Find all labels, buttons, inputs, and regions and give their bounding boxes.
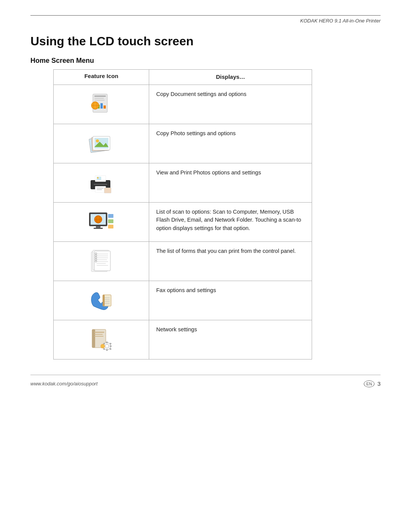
- svg-rect-30: [96, 226, 100, 228]
- scan-icon: [54, 202, 149, 241]
- table-row: Copy Photo settings and options: [54, 124, 312, 163]
- svg-rect-4: [100, 103, 103, 109]
- display-text-0: Copy Document settings and options: [149, 85, 312, 124]
- svg-rect-19: [97, 188, 104, 189]
- col-display-header: Displays…: [149, 70, 312, 85]
- display-text-5: Fax options and settings: [149, 281, 312, 320]
- svg-rect-64: [106, 349, 108, 351]
- svg-rect-51: [103, 295, 105, 306]
- svg-rect-31: [94, 228, 103, 229]
- table-row: Network settings: [54, 320, 312, 359]
- svg-point-14: [96, 139, 99, 142]
- page: KODAK HERO 9.1 All-in-One Printer Using …: [0, 15, 411, 532]
- svg-rect-63: [106, 342, 108, 343]
- col-icon-header: Feature Icon: [54, 70, 149, 85]
- page-title: Using the LCD touch screen: [30, 34, 381, 48]
- page-number: 3: [378, 380, 381, 387]
- section-title: Home Screen Menu: [30, 57, 381, 65]
- display-text-4: The list of forms that you can print fro…: [149, 241, 312, 281]
- display-text-3: List of scan to options: Scan to Compute…: [149, 202, 312, 241]
- svg-rect-3: [94, 100, 105, 101]
- svg-point-72: [102, 345, 104, 347]
- display-text-2: View and Print Photos options and settin…: [149, 163, 312, 202]
- svg-rect-32: [108, 214, 113, 218]
- svg-rect-66: [110, 345, 112, 347]
- forms-icon: [54, 241, 149, 281]
- display-text-1: Copy Photo settings and options: [149, 124, 312, 163]
- footer: www.kodak.com/go/aiosupport EN 3: [30, 375, 381, 387]
- table-row: Fax options and settings: [54, 281, 312, 320]
- brand-label: KODAK HERO 9.1 All-in-One Printer: [30, 16, 381, 30]
- table-row: View and Print Photos options and settin…: [54, 163, 312, 202]
- footer-url: www.kodak.com/go/aiosupport: [30, 381, 97, 387]
- svg-rect-20: [97, 189, 102, 190]
- display-text-6: Network settings: [149, 320, 312, 359]
- svg-rect-34: [108, 225, 113, 228]
- svg-rect-24: [104, 188, 111, 193]
- svg-point-23: [97, 177, 99, 179]
- fax-icon: [54, 281, 149, 320]
- copy-document-icon: [54, 85, 149, 124]
- network-icon: [54, 320, 149, 359]
- table-row: Copy Document settings and options: [54, 85, 312, 124]
- svg-rect-2: [94, 98, 104, 99]
- table-row: List of scan to options: Scan to Compute…: [54, 202, 312, 241]
- svg-point-62: [105, 344, 109, 348]
- footer-badge: EN 3: [364, 380, 381, 387]
- svg-rect-17: [94, 184, 107, 185]
- view-print-photos-icon: [54, 163, 149, 202]
- svg-rect-59: [94, 334, 103, 335]
- svg-rect-33: [108, 219, 113, 223]
- feature-table: Feature Icon Displays… Copy Document set…: [53, 69, 312, 359]
- svg-rect-1: [94, 96, 106, 97]
- lang-badge: EN: [364, 380, 374, 387]
- svg-rect-58: [94, 332, 104, 333]
- svg-rect-60: [94, 336, 104, 337]
- table-row: The list of forms that you can print fro…: [54, 241, 312, 281]
- copy-photo-icon: [54, 124, 149, 163]
- svg-rect-5: [104, 105, 106, 109]
